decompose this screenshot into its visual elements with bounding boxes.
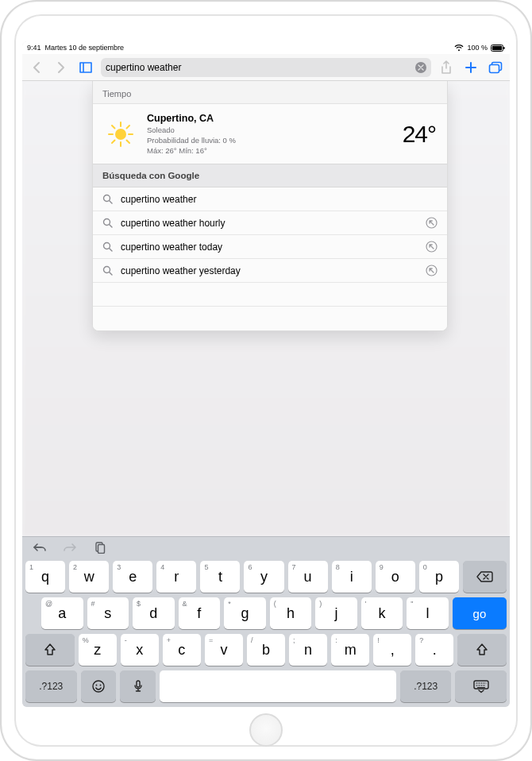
key-alt-label: 5 xyxy=(204,563,208,571)
spacebar-key[interactable] xyxy=(160,670,396,702)
search-suggestion-row[interactable]: cupertino weather hourly xyxy=(93,211,447,235)
fill-suggestion-icon[interactable] xyxy=(425,241,438,253)
shift-key-right[interactable] xyxy=(457,634,507,666)
key-c[interactable]: +c xyxy=(163,634,201,666)
emoji-key[interactable] xyxy=(81,670,117,702)
key-alt-label: ? xyxy=(419,636,423,644)
key-alt-label: ' xyxy=(365,600,367,608)
key-alt-label: 8 xyxy=(336,563,340,571)
search-icon xyxy=(102,241,113,252)
suggestion-placeholder-row xyxy=(93,307,447,330)
key-alt-label: " xyxy=(411,600,413,608)
dismiss-keyboard-key[interactable] xyxy=(455,670,507,702)
key-.[interactable]: ?. xyxy=(415,634,453,666)
forward-button[interactable] xyxy=(52,58,71,77)
redo-button[interactable] xyxy=(62,539,78,555)
search-icon xyxy=(102,194,113,204)
search-icon xyxy=(102,218,113,228)
key-alt-label: @ xyxy=(45,600,52,608)
on-screen-keyboard: 1q2w3e4r5t6y7u8i9o0p @a#s$d&f*g(h)j'k"lg… xyxy=(22,536,510,707)
address-search-field[interactable]: cupertino weather xyxy=(101,58,431,77)
screen: 9:41 Martes 10 de septiembre 100 % xyxy=(22,41,510,707)
key-alt-label: : xyxy=(335,636,337,644)
key-,[interactable]: !, xyxy=(373,634,411,666)
svg-point-27 xyxy=(93,681,104,692)
search-suggestion-row[interactable]: cupertino weather today xyxy=(93,235,447,259)
svg-point-5 xyxy=(115,129,126,140)
key-v[interactable]: =v xyxy=(205,634,243,666)
key-m[interactable]: :m xyxy=(331,634,369,666)
status-time: 9:41 xyxy=(27,44,41,52)
key-f[interactable]: &f xyxy=(179,597,221,629)
key-x[interactable]: -x xyxy=(121,634,159,666)
key-o[interactable]: 9o xyxy=(376,561,415,593)
key-alt-label: + xyxy=(167,636,171,644)
browser-toolbar: cupertino weather xyxy=(22,54,510,81)
weather-result-card[interactable]: Cupertino, CA Soleado Probabilidad de ll… xyxy=(93,104,447,164)
svg-line-12 xyxy=(127,126,130,129)
key-alt-label: 9 xyxy=(380,563,384,571)
key-a[interactable]: @a xyxy=(41,597,83,629)
key-j[interactable]: )j xyxy=(315,597,357,629)
status-battery-text: 100 % xyxy=(467,44,488,52)
svg-point-29 xyxy=(100,685,102,686)
weather-precip: Probabilidad de lluvia: 0 % xyxy=(147,136,393,146)
svg-line-13 xyxy=(112,140,115,143)
svg-line-17 xyxy=(110,225,113,228)
svg-line-11 xyxy=(127,140,130,143)
new-tab-button[interactable] xyxy=(461,58,480,77)
key-s[interactable]: #s xyxy=(87,597,129,629)
keyboard-keys: 1q2w3e4r5t6y7u8i9o0p @a#s$d&f*g(h)j'k"lg… xyxy=(22,558,510,707)
backspace-key[interactable] xyxy=(463,561,507,593)
back-button[interactable] xyxy=(27,58,46,77)
key-i[interactable]: 8i xyxy=(332,561,372,593)
weather-section-label: Tiempo xyxy=(93,81,447,104)
key-g[interactable]: *g xyxy=(224,597,266,629)
status-date: Martes 10 de septiembre xyxy=(45,44,125,52)
shift-key[interactable] xyxy=(25,634,75,666)
key-n[interactable]: ;n xyxy=(289,634,327,666)
key-r[interactable]: 4r xyxy=(156,561,196,593)
undo-button[interactable] xyxy=(32,539,48,555)
bookmarks-button[interactable] xyxy=(76,58,95,77)
key-l[interactable]: "l xyxy=(407,597,449,629)
key-q[interactable]: 1q xyxy=(25,561,65,593)
key-p[interactable]: 0p xyxy=(419,561,459,593)
clear-search-button[interactable] xyxy=(415,62,426,73)
svg-rect-1 xyxy=(492,45,502,49)
key-alt-label: ( xyxy=(274,600,276,608)
go-key[interactable]: go xyxy=(453,597,507,629)
key-t[interactable]: 5t xyxy=(200,561,240,593)
svg-line-10 xyxy=(112,126,115,129)
numbers-symbols-key-right[interactable]: .?123 xyxy=(400,670,452,702)
clipboard-button[interactable] xyxy=(92,539,108,555)
key-e[interactable]: 3e xyxy=(113,561,152,593)
fill-suggestion-icon[interactable] xyxy=(425,217,438,230)
share-button[interactable] xyxy=(437,58,456,77)
key-d[interactable]: $d xyxy=(133,597,175,629)
home-button[interactable] xyxy=(249,713,283,747)
fill-suggestion-icon[interactable] xyxy=(425,265,438,277)
key-b[interactable]: /b xyxy=(247,634,285,666)
svg-rect-26 xyxy=(98,545,105,554)
tabs-button[interactable] xyxy=(486,58,505,77)
key-alt-label: % xyxy=(83,636,89,644)
wifi-icon xyxy=(454,44,464,52)
key-y[interactable]: 6y xyxy=(244,561,283,593)
svg-rect-4 xyxy=(490,64,499,72)
svg-point-28 xyxy=(96,685,98,686)
key-u[interactable]: 7u xyxy=(288,561,328,593)
search-suggestion-row[interactable]: cupertino weather yesterday xyxy=(93,259,447,283)
numbers-symbols-key[interactable]: .?123 xyxy=(25,670,77,702)
key-w[interactable]: 2w xyxy=(69,561,109,593)
key-alt-label: * xyxy=(228,600,231,608)
key-k[interactable]: 'k xyxy=(361,597,403,629)
weather-location: Cupertino, CA xyxy=(147,112,393,126)
key-z[interactable]: %z xyxy=(79,634,117,666)
search-suggestions-dropdown: Tiempo xyxy=(92,81,448,331)
search-suggestion-row[interactable]: cupertino weather xyxy=(93,187,447,211)
weather-temperature: 24° xyxy=(403,121,436,148)
dictation-key[interactable] xyxy=(120,670,156,702)
key-alt-label: 2 xyxy=(73,563,77,571)
key-h[interactable]: (h xyxy=(270,597,312,629)
